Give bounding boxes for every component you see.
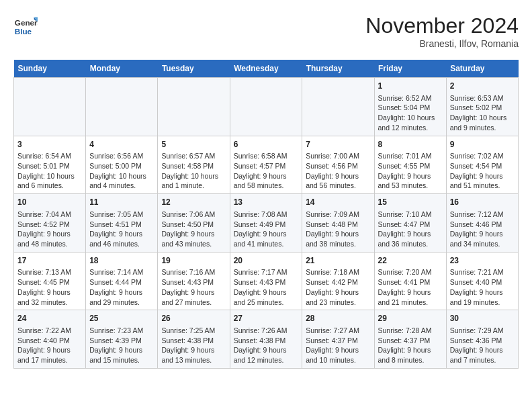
column-header-thursday: Thursday xyxy=(302,60,374,78)
day-cell xyxy=(86,78,158,136)
day-cell: 5Sunrise: 6:57 AMSunset: 4:58 PMDaylight… xyxy=(158,136,230,194)
day-info-text: Daylight: 9 hours and 58 minutes. xyxy=(234,171,299,191)
column-header-saturday: Saturday xyxy=(446,60,518,78)
day-info-text: Sunrise: 7:00 AM xyxy=(306,151,370,161)
day-info-text: Daylight: 9 hours and 17 minutes. xyxy=(17,345,82,365)
day-info-text: Sunset: 4:39 PM xyxy=(89,336,154,346)
day-info-text: Daylight: 9 hours and 12 minutes. xyxy=(234,345,299,365)
week-row-3: 10Sunrise: 7:04 AMSunset: 4:52 PMDayligh… xyxy=(14,194,519,253)
column-header-wednesday: Wednesday xyxy=(230,60,302,78)
day-cell: 27Sunrise: 7:26 AMSunset: 4:38 PMDayligh… xyxy=(230,310,302,369)
day-info-text: Sunrise: 7:29 AM xyxy=(450,326,515,336)
week-row-4: 17Sunrise: 7:13 AMSunset: 4:45 PMDayligh… xyxy=(14,252,519,310)
day-info-text: Sunrise: 7:08 AM xyxy=(234,210,299,220)
day-info-text: Sunset: 4:49 PM xyxy=(234,220,299,230)
day-info-text: Sunrise: 7:01 AM xyxy=(378,151,443,161)
day-number: 3 xyxy=(17,139,82,150)
day-cell: 16Sunrise: 7:12 AMSunset: 4:46 PMDayligh… xyxy=(446,194,518,253)
day-info-text: Daylight: 9 hours and 15 minutes. xyxy=(89,345,154,365)
day-info-text: Sunrise: 7:18 AM xyxy=(306,267,370,277)
day-info-text: Sunset: 4:56 PM xyxy=(306,161,370,171)
day-cell: 25Sunrise: 7:23 AMSunset: 4:39 PMDayligh… xyxy=(86,310,158,369)
day-number: 4 xyxy=(89,139,154,150)
day-cell: 8Sunrise: 7:01 AMSunset: 4:55 PMDaylight… xyxy=(374,136,446,194)
day-info-text: Sunset: 4:43 PM xyxy=(161,277,226,287)
column-header-friday: Friday xyxy=(374,60,446,78)
day-cell: 15Sunrise: 7:10 AMSunset: 4:47 PMDayligh… xyxy=(374,194,446,253)
day-number: 11 xyxy=(89,197,154,208)
day-info-text: Sunrise: 6:58 AM xyxy=(234,151,299,161)
day-number: 30 xyxy=(450,313,515,324)
day-info-text: Daylight: 9 hours and 25 minutes. xyxy=(234,287,299,307)
day-info-text: Sunset: 4:57 PM xyxy=(234,161,299,171)
day-number: 2 xyxy=(450,81,515,92)
day-info-text: Sunrise: 7:21 AM xyxy=(450,267,515,277)
day-cell xyxy=(14,78,86,136)
title-area: November 2024 Branesti, Ilfov, Romania xyxy=(365,13,519,49)
day-info-text: Daylight: 9 hours and 43 minutes. xyxy=(161,229,226,248)
day-info-text: Sunrise: 7:17 AM xyxy=(234,267,299,277)
day-number: 6 xyxy=(234,139,299,150)
day-info-text: Sunrise: 6:53 AM xyxy=(450,93,515,103)
day-cell: 19Sunrise: 7:16 AMSunset: 4:43 PMDayligh… xyxy=(158,252,230,310)
day-cell: 7Sunrise: 7:00 AMSunset: 4:56 PMDaylight… xyxy=(302,136,374,194)
day-number: 14 xyxy=(306,197,370,208)
day-info-text: Daylight: 9 hours and 46 minutes. xyxy=(89,229,154,248)
day-number: 7 xyxy=(306,139,370,150)
day-info-text: Sunset: 4:43 PM xyxy=(234,277,299,287)
day-info-text: Daylight: 9 hours and 41 minutes. xyxy=(234,229,299,248)
day-number: 28 xyxy=(306,313,370,324)
day-cell: 20Sunrise: 7:17 AMSunset: 4:43 PMDayligh… xyxy=(230,252,302,310)
day-info-text: Daylight: 9 hours and 10 minutes. xyxy=(306,345,370,365)
day-info-text: Sunrise: 7:22 AM xyxy=(17,326,82,336)
day-info-text: Daylight: 9 hours and 38 minutes. xyxy=(306,229,370,248)
day-info-text: Daylight: 9 hours and 56 minutes. xyxy=(306,171,370,191)
day-info-text: Sunrise: 7:04 AM xyxy=(17,210,82,220)
day-number: 15 xyxy=(378,197,443,208)
day-number: 8 xyxy=(378,139,443,150)
day-number: 26 xyxy=(161,313,226,324)
day-info-text: Sunset: 4:50 PM xyxy=(161,220,226,230)
day-cell: 18Sunrise: 7:14 AMSunset: 4:44 PMDayligh… xyxy=(86,252,158,310)
day-info-text: Sunset: 4:45 PM xyxy=(17,277,82,287)
day-cell: 1Sunrise: 6:52 AMSunset: 5:04 PMDaylight… xyxy=(374,78,446,136)
logo-icon: General Blue xyxy=(13,13,38,38)
day-info-text: Daylight: 9 hours and 29 minutes. xyxy=(89,287,154,307)
column-header-tuesday: Tuesday xyxy=(158,60,230,78)
header: General Blue November 2024 Branesti, Ilf… xyxy=(13,13,519,49)
day-info-text: Sunset: 5:04 PM xyxy=(378,103,443,113)
svg-text:Blue: Blue xyxy=(15,27,32,36)
day-info-text: Daylight: 9 hours and 51 minutes. xyxy=(450,171,515,191)
month-title: November 2024 xyxy=(365,13,519,38)
day-info-text: Daylight: 10 hours and 4 minutes. xyxy=(89,171,154,191)
day-info-text: Sunset: 4:47 PM xyxy=(378,220,443,230)
day-cell: 29Sunrise: 7:28 AMSunset: 4:37 PMDayligh… xyxy=(374,310,446,369)
day-info-text: Daylight: 9 hours and 13 minutes. xyxy=(161,345,226,365)
day-info-text: Daylight: 9 hours and 36 minutes. xyxy=(378,229,443,248)
day-info-text: Sunset: 4:54 PM xyxy=(450,161,515,171)
day-number: 10 xyxy=(17,197,82,208)
day-info-text: Sunset: 5:01 PM xyxy=(17,161,82,171)
day-info-text: Sunrise: 7:25 AM xyxy=(161,326,226,336)
column-header-sunday: Sunday xyxy=(14,60,86,78)
day-info-text: Daylight: 9 hours and 32 minutes. xyxy=(17,287,82,307)
day-info-text: Sunset: 4:38 PM xyxy=(234,336,299,346)
day-info-text: Sunset: 4:46 PM xyxy=(450,220,515,230)
day-cell: 17Sunrise: 7:13 AMSunset: 4:45 PMDayligh… xyxy=(14,252,86,310)
day-info-text: Sunset: 4:40 PM xyxy=(17,336,82,346)
day-info-text: Daylight: 10 hours and 9 minutes. xyxy=(450,113,515,132)
day-number: 29 xyxy=(378,313,443,324)
day-number: 12 xyxy=(161,197,226,208)
day-info-text: Daylight: 9 hours and 8 minutes. xyxy=(378,345,443,365)
day-info-text: Daylight: 10 hours and 6 minutes. xyxy=(17,171,82,191)
day-info-text: Sunset: 4:38 PM xyxy=(161,336,226,346)
day-cell: 10Sunrise: 7:04 AMSunset: 4:52 PMDayligh… xyxy=(14,194,86,253)
day-info-text: Daylight: 10 hours and 1 minute. xyxy=(161,171,226,191)
day-info-text: Sunset: 4:58 PM xyxy=(161,161,226,171)
day-info-text: Sunset: 4:55 PM xyxy=(378,161,443,171)
day-cell: 4Sunrise: 6:56 AMSunset: 5:00 PMDaylight… xyxy=(86,136,158,194)
day-number: 24 xyxy=(17,313,82,324)
day-number: 19 xyxy=(161,255,226,267)
day-info-text: Daylight: 10 hours and 12 minutes. xyxy=(378,113,443,132)
day-info-text: Sunrise: 7:23 AM xyxy=(89,326,154,336)
